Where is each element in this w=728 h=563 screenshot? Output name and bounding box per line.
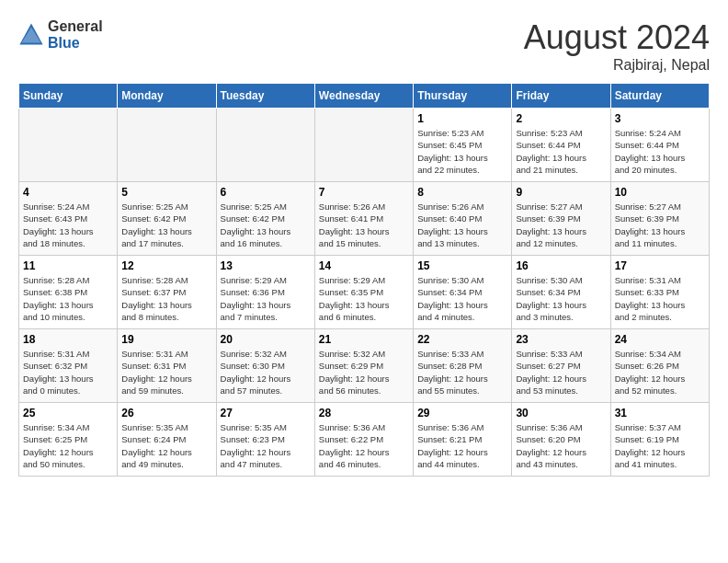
day-info: Sunrise: 5:29 AM Sunset: 6:35 PM Dayligh…: [319, 274, 409, 323]
day-info: Sunrise: 5:23 AM Sunset: 6:44 PM Dayligh…: [516, 127, 606, 176]
calendar-cell: 2Sunrise: 5:23 AM Sunset: 6:44 PM Daylig…: [512, 109, 610, 182]
day-number: 11: [23, 259, 113, 272]
calendar-cell: 10Sunrise: 5:27 AM Sunset: 6:39 PM Dayli…: [610, 182, 709, 256]
calendar-cell: 17Sunrise: 5:31 AM Sunset: 6:33 PM Dayli…: [610, 256, 709, 329]
day-number: 28: [319, 407, 409, 419]
calendar-cell: 18Sunrise: 5:31 AM Sunset: 6:32 PM Dayli…: [19, 329, 118, 403]
day-info: Sunrise: 5:35 AM Sunset: 6:23 PM Dayligh…: [221, 421, 311, 470]
day-info: Sunrise: 5:31 AM Sunset: 6:33 PM Dayligh…: [615, 274, 705, 323]
calendar-cell: 29Sunrise: 5:36 AM Sunset: 6:21 PM Dayli…: [414, 403, 512, 477]
calendar-cell: 6Sunrise: 5:25 AM Sunset: 6:42 PM Daylig…: [216, 182, 314, 256]
calendar-cell: 31Sunrise: 5:37 AM Sunset: 6:19 PM Dayli…: [610, 403, 709, 477]
calendar-cell: 8Sunrise: 5:26 AM Sunset: 6:40 PM Daylig…: [414, 182, 512, 256]
day-number: 3: [615, 112, 705, 125]
calendar-cell: 22Sunrise: 5:33 AM Sunset: 6:28 PM Dayli…: [414, 329, 512, 403]
calendar-cell: 23Sunrise: 5:33 AM Sunset: 6:27 PM Dayli…: [512, 329, 610, 403]
day-info: Sunrise: 5:28 AM Sunset: 6:37 PM Dayligh…: [121, 274, 211, 323]
day-number: 2: [516, 112, 606, 125]
calendar-week-3: 11Sunrise: 5:28 AM Sunset: 6:38 PM Dayli…: [19, 256, 710, 329]
day-info: Sunrise: 5:33 AM Sunset: 6:28 PM Dayligh…: [417, 348, 507, 396]
calendar-cell: 3Sunrise: 5:24 AM Sunset: 6:44 PM Daylig…: [610, 109, 709, 182]
calendar-cell: 16Sunrise: 5:30 AM Sunset: 6:34 PM Dayli…: [512, 256, 610, 329]
calendar-cell: 19Sunrise: 5:31 AM Sunset: 6:31 PM Dayli…: [118, 329, 216, 403]
location: Rajbiraj, Nepal: [524, 57, 710, 74]
day-number: 4: [23, 186, 113, 199]
calendar-cell: [216, 109, 314, 182]
day-info: Sunrise: 5:26 AM Sunset: 6:40 PM Dayligh…: [417, 201, 507, 249]
day-number: 14: [319, 259, 409, 272]
day-number: 21: [319, 333, 409, 346]
day-info: Sunrise: 5:30 AM Sunset: 6:34 PM Dayligh…: [516, 274, 606, 323]
day-number: 13: [221, 259, 311, 272]
header-sunday: Sunday: [19, 84, 118, 109]
logo-general: General: [48, 18, 103, 35]
header-thursday: Thursday: [414, 84, 512, 109]
day-info: Sunrise: 5:28 AM Sunset: 6:38 PM Dayligh…: [23, 274, 113, 323]
calendar-week-1: 1Sunrise: 5:23 AM Sunset: 6:45 PM Daylig…: [19, 109, 710, 182]
day-number: 7: [319, 186, 409, 199]
day-number: 10: [615, 186, 705, 199]
day-info: Sunrise: 5:33 AM Sunset: 6:27 PM Dayligh…: [516, 348, 606, 396]
calendar-cell: 1Sunrise: 5:23 AM Sunset: 6:45 PM Daylig…: [414, 109, 512, 182]
day-number: 24: [615, 333, 705, 346]
day-number: 23: [516, 333, 606, 346]
calendar-week-2: 4Sunrise: 5:24 AM Sunset: 6:43 PM Daylig…: [19, 182, 710, 256]
day-info: Sunrise: 5:32 AM Sunset: 6:30 PM Dayligh…: [221, 348, 311, 396]
calendar-week-4: 18Sunrise: 5:31 AM Sunset: 6:32 PM Dayli…: [19, 329, 710, 403]
calendar-cell: 7Sunrise: 5:26 AM Sunset: 6:41 PM Daylig…: [314, 182, 413, 256]
day-info: Sunrise: 5:27 AM Sunset: 6:39 PM Dayligh…: [516, 201, 606, 249]
calendar-header-row: SundayMondayTuesdayWednesdayThursdayFrid…: [19, 84, 710, 109]
day-info: Sunrise: 5:35 AM Sunset: 6:24 PM Dayligh…: [121, 421, 211, 470]
day-info: Sunrise: 5:34 AM Sunset: 6:26 PM Dayligh…: [615, 348, 705, 396]
calendar-cell: 20Sunrise: 5:32 AM Sunset: 6:30 PM Dayli…: [216, 329, 314, 403]
calendar-table: SundayMondayTuesdayWednesdayThursdayFrid…: [18, 83, 710, 477]
day-number: 25: [23, 407, 113, 419]
day-number: 6: [221, 186, 311, 199]
calendar-cell: 27Sunrise: 5:35 AM Sunset: 6:23 PM Dayli…: [216, 403, 314, 477]
day-number: 26: [121, 407, 211, 419]
header-tuesday: Tuesday: [216, 84, 314, 109]
day-info: Sunrise: 5:25 AM Sunset: 6:42 PM Dayligh…: [121, 201, 211, 249]
day-info: Sunrise: 5:27 AM Sunset: 6:39 PM Dayligh…: [615, 201, 705, 249]
calendar-cell: 25Sunrise: 5:34 AM Sunset: 6:25 PM Dayli…: [19, 403, 118, 477]
header-wednesday: Wednesday: [314, 84, 413, 109]
logo: General Blue: [18, 18, 103, 51]
day-number: 17: [615, 259, 705, 272]
calendar-week-5: 25Sunrise: 5:34 AM Sunset: 6:25 PM Dayli…: [19, 403, 710, 477]
calendar-cell: [19, 109, 118, 182]
day-info: Sunrise: 5:36 AM Sunset: 6:20 PM Dayligh…: [516, 421, 606, 470]
page-header: General Blue August 2024 Rajbiraj, Nepal: [18, 18, 710, 74]
title-section: August 2024 Rajbiraj, Nepal: [524, 18, 710, 74]
day-info: Sunrise: 5:25 AM Sunset: 6:42 PM Dayligh…: [221, 201, 311, 249]
day-info: Sunrise: 5:34 AM Sunset: 6:25 PM Dayligh…: [23, 421, 113, 470]
day-number: 22: [417, 333, 507, 346]
day-number: 12: [121, 259, 211, 272]
calendar-cell: 4Sunrise: 5:24 AM Sunset: 6:43 PM Daylig…: [19, 182, 118, 256]
day-info: Sunrise: 5:23 AM Sunset: 6:45 PM Dayligh…: [417, 127, 507, 176]
day-number: 18: [23, 333, 113, 346]
header-friday: Friday: [512, 84, 610, 109]
month-title: August 2024: [524, 18, 710, 57]
calendar-cell: 26Sunrise: 5:35 AM Sunset: 6:24 PM Dayli…: [118, 403, 216, 477]
day-number: 31: [615, 407, 705, 419]
header-monday: Monday: [118, 84, 216, 109]
day-info: Sunrise: 5:29 AM Sunset: 6:36 PM Dayligh…: [221, 274, 311, 323]
day-number: 19: [121, 333, 211, 346]
calendar-cell: 21Sunrise: 5:32 AM Sunset: 6:29 PM Dayli…: [314, 329, 413, 403]
calendar-cell: 5Sunrise: 5:25 AM Sunset: 6:42 PM Daylig…: [118, 182, 216, 256]
calendar-cell: 28Sunrise: 5:36 AM Sunset: 6:22 PM Dayli…: [314, 403, 413, 477]
logo-icon: [18, 22, 44, 48]
calendar-cell: 13Sunrise: 5:29 AM Sunset: 6:36 PM Dayli…: [216, 256, 314, 329]
day-number: 20: [221, 333, 311, 346]
calendar-cell: 9Sunrise: 5:27 AM Sunset: 6:39 PM Daylig…: [512, 182, 610, 256]
calendar-cell: 12Sunrise: 5:28 AM Sunset: 6:37 PM Dayli…: [118, 256, 216, 329]
day-info: Sunrise: 5:24 AM Sunset: 6:43 PM Dayligh…: [23, 201, 113, 249]
day-info: Sunrise: 5:36 AM Sunset: 6:21 PM Dayligh…: [417, 421, 507, 470]
day-info: Sunrise: 5:32 AM Sunset: 6:29 PM Dayligh…: [319, 348, 409, 396]
day-number: 5: [121, 186, 211, 199]
day-number: 1: [417, 112, 507, 125]
day-number: 8: [417, 186, 507, 199]
calendar-cell: [314, 109, 413, 182]
calendar-cell: [118, 109, 216, 182]
day-number: 16: [516, 259, 606, 272]
